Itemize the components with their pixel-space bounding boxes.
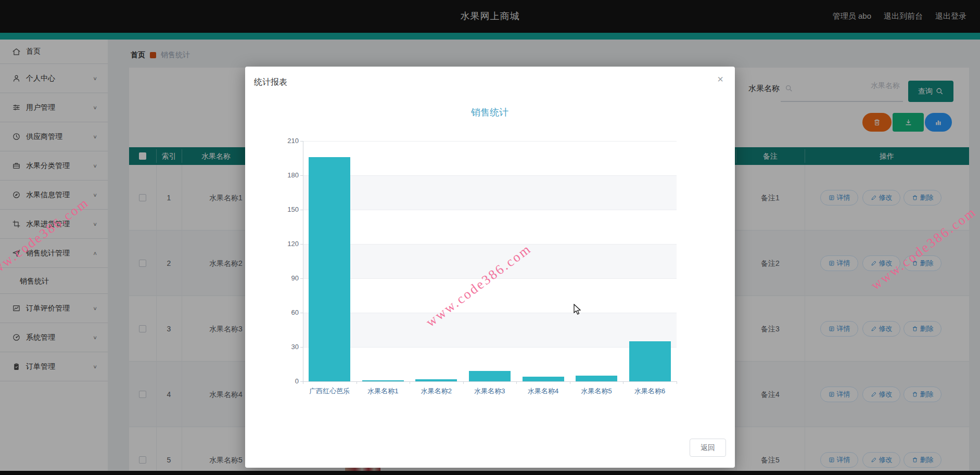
chart-plot: 0306090120150180210广西红心芭乐水果名称1水果名称2水果名称3…: [303, 141, 677, 381]
chart-gridline: [303, 347, 677, 348]
chart-gridline: [303, 313, 677, 313]
close-icon[interactable]: ×: [717, 74, 723, 84]
chart-gridline: [303, 244, 677, 245]
chart-gridline: [303, 210, 677, 210]
chart-split-area: [303, 175, 677, 210]
x-axis-tick: [677, 381, 677, 384]
chart-bar[interactable]: [469, 371, 511, 381]
y-axis-tick: [300, 278, 303, 279]
x-axis-tick: [623, 381, 623, 384]
x-axis-label: 广西红心芭乐: [303, 387, 357, 396]
y-axis-tick: [300, 313, 303, 313]
x-axis-line: [303, 381, 677, 382]
y-axis-label: 210: [276, 137, 299, 145]
y-axis-label: 150: [276, 206, 299, 213]
chart-bar[interactable]: [629, 341, 671, 381]
chart-bar[interactable]: [362, 380, 404, 381]
x-axis-label: 水果名称5: [570, 387, 623, 396]
y-axis-label: 90: [276, 274, 299, 282]
y-axis-label: 180: [276, 171, 299, 179]
x-axis-tick: [410, 381, 410, 384]
chart-split-area: [303, 313, 677, 347]
x-axis-label: 水果名称6: [623, 387, 677, 396]
statistics-modal: 统计报表 × 销售统计 0306090120150180210广西红心芭乐水果名…: [245, 67, 735, 468]
chart-gridline: [303, 278, 677, 279]
chart-gridline: [303, 175, 677, 176]
chart-bar[interactable]: [309, 157, 350, 381]
y-axis-label: 0: [276, 377, 299, 385]
x-axis-label: 水果名称1: [357, 387, 410, 396]
y-axis-tick: [300, 210, 303, 210]
y-axis-label: 120: [276, 240, 299, 248]
x-axis-tick: [303, 381, 303, 384]
app-root: 水果网上商城 管理员 abo 退出到前台 退出登录 首页 个人中心 ∨ 用户管理…: [0, 0, 980, 475]
back-button[interactable]: 返回: [690, 439, 726, 457]
chart-split-area: [303, 244, 677, 278]
y-axis-tick: [300, 175, 303, 176]
chart-bar[interactable]: [576, 376, 617, 381]
x-axis-label: 水果名称2: [410, 387, 463, 396]
chart-bar[interactable]: [415, 379, 457, 381]
chart-bar[interactable]: [523, 377, 564, 381]
y-axis-tick: [300, 141, 303, 142]
x-axis-label: 水果名称3: [463, 387, 517, 396]
x-axis-label: 水果名称4: [516, 387, 570, 396]
chart-title: 销售统计: [303, 106, 677, 119]
y-axis-tick: [300, 347, 303, 348]
y-axis-label: 60: [276, 309, 299, 316]
x-axis-tick: [570, 381, 570, 384]
x-axis-tick: [463, 381, 464, 384]
y-axis-label: 30: [276, 343, 299, 351]
chart-gridline: [303, 141, 677, 142]
x-axis-tick: [357, 381, 357, 384]
x-axis-tick: [516, 381, 517, 384]
modal-title: 统计报表: [254, 77, 287, 88]
y-axis-tick: [300, 244, 303, 245]
